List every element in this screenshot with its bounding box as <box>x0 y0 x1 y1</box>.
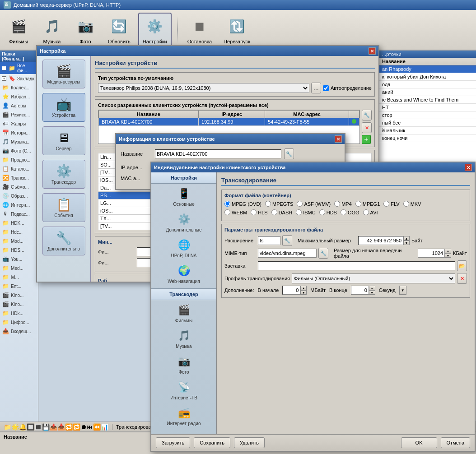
category-media[interactable]: 🎬 Медиа-ресурсы <box>42 60 85 88</box>
toolbar-btn-restart[interactable]: 🔃 Перезапуск <box>219 13 254 46</box>
sidebar-item-med[interactable]: 📁 Меd... <box>0 264 38 273</box>
radio-ismc[interactable]: ISMC <box>296 209 316 215</box>
nav-films[interactable]: 🎬 Фильмы <box>151 300 216 326</box>
sidebar-item-collections[interactable]: 📂 Коллек... <box>0 83 38 92</box>
nav-photo[interactable]: 📷 Фото <box>151 352 216 377</box>
expand-icon2[interactable]: + <box>2 76 6 81</box>
start-up[interactable]: ▲ <box>300 286 307 290</box>
load-btn[interactable]: Загрузить <box>156 437 190 448</box>
sidebar-item-music[interactable]: 🎵 Музыка... <box>0 137 38 146</box>
radio-ogg[interactable]: OGG <box>341 209 359 215</box>
device-delete-btn[interactable]: ✕ <box>362 122 372 133</box>
category-transcoder[interactable]: ⚙️ Транскодер <box>42 160 85 189</box>
start-down[interactable]: ▼ <box>300 290 307 295</box>
radio-hds[interactable]: HDS <box>319 209 337 215</box>
sidebar-item-actors[interactable]: 👤 Актёры <box>0 101 38 110</box>
toolbar-btn-settings[interactable]: ⚙️ Настройки <box>138 13 172 47</box>
device-type-select[interactable]: Телевизор Philips 2008 (DLNA, 16:9, 1920… <box>98 83 309 93</box>
sidebar-item-hdc[interactable]: 📁 Hdc... <box>0 227 38 236</box>
device-row-0[interactable]: BRAVIA KDL-40EX700 192.168.34.99 54-42-4… <box>99 118 359 126</box>
sidebar-item-digital[interactable]: 📁 Цифро... <box>0 318 38 327</box>
end-down[interactable]: ▼ <box>369 290 375 295</box>
toolbar-btn-photo[interactable]: 📷 Фото <box>70 13 100 46</box>
screensaver-browse[interactable]: 📂 <box>457 260 467 271</box>
buffer-down[interactable]: ▼ <box>445 253 451 258</box>
client-dialog-close[interactable]: ✕ <box>335 135 342 143</box>
category-devices[interactable]: 📺 Устройства <box>42 93 85 122</box>
device-add-btn[interactable]: + <box>362 135 371 144</box>
mime-btn[interactable]: 🔧 <box>318 248 328 259</box>
sidebar-item-mod[interactable]: 📁 Mod... <box>0 236 38 246</box>
right-item-2[interactable]: ода <box>379 81 476 88</box>
radio-asf[interactable]: ASF (WMV) <box>297 201 331 207</box>
screensaver-input[interactable] <box>258 261 455 270</box>
nav-upnp[interactable]: 🌐 UPnP, DLNA <box>151 235 216 261</box>
save-btn[interactable]: Сохранить <box>194 437 230 448</box>
cancel-btn[interactable]: Отмена <box>441 437 470 448</box>
sidebar-item-photos[interactable]: 📷 Фото (С... <box>0 146 38 155</box>
radio-mpeg-dvd[interactable]: MPEG (DVD) <box>224 201 261 207</box>
radio-flv[interactable]: FLV <box>383 201 399 207</box>
toolbar-btn-stop[interactable]: ⏹ Остановка <box>183 13 216 46</box>
sidebar-item-hdk[interactable]: 📁 HDK... <box>0 218 38 227</box>
right-item-6[interactable]: стор <box>379 111 476 119</box>
sidebar-item-ivi[interactable]: 📁 ivi... <box>0 273 38 282</box>
sidebar-item-hds[interactable]: 📁 HDS... <box>0 246 38 255</box>
end-up[interactable]: ▲ <box>369 286 375 290</box>
max-size-input[interactable] <box>358 236 403 245</box>
device-settings-btn[interactable]: 🔧 <box>362 110 372 120</box>
radio-mp4[interactable]: MP4 <box>334 201 352 207</box>
sidebar-item-allfil[interactable]: + 📁 Все фи... <box>0 62 38 74</box>
sidebar-item-transcode[interactable]: 🔀 Транск... <box>0 173 38 182</box>
sidebar-item-favorites[interactable]: ⭐ Избран... <box>0 92 38 101</box>
sidebar-item-kino1[interactable]: 🎬 Kino... <box>0 291 38 300</box>
radio-webm[interactable]: WEBM <box>224 209 247 215</box>
sidebar-item-inet[interactable]: 🌐 Интерн... <box>0 200 38 209</box>
auto-detect-checkbox[interactable] <box>323 85 329 91</box>
sidebar-item-disc[interactable]: 💿 Образ... <box>0 191 38 200</box>
client-name-input[interactable] <box>155 149 281 158</box>
expand-icon[interactable]: + <box>2 66 6 70</box>
toolbar-btn-refresh[interactable]: 🔄 Обновить <box>104 13 135 46</box>
sidebar-item-directors[interactable]: 🎬 Режисс... <box>0 110 38 119</box>
right-item-0[interactable]: an Rhapsody <box>379 65 476 73</box>
extension-btn[interactable]: 🔧 <box>282 235 292 246</box>
category-additional[interactable]: 🔧 Дополнительно <box>42 227 85 255</box>
profile-delete[interactable]: ✕ <box>457 273 467 284</box>
toolbar-btn-music[interactable]: 🎵 Музыка <box>37 13 67 46</box>
settings-dialog-close[interactable]: ✕ <box>369 47 376 55</box>
ok-btn[interactable]: OK <box>401 437 437 448</box>
radio-mkv[interactable]: MKV <box>403 201 421 207</box>
sidebar-item-genres[interactable]: 🏷 Жанры <box>0 119 38 128</box>
radio-mpeg1[interactable]: MPEG1 <box>355 201 380 207</box>
nav-basic[interactable]: 📱 Основные <box>151 184 216 209</box>
sidebar-item-catalog[interactable]: 📋 Катало... <box>0 164 38 173</box>
nav-web[interactable]: 🌍 Web-навигация <box>151 261 216 287</box>
right-item-3[interactable]: аний <box>379 88 476 96</box>
sidebar-item-ent[interactable]: 📁 Ent... <box>0 282 38 291</box>
right-item-9[interactable]: конец ночи <box>379 134 476 142</box>
radio-dash[interactable]: DASH <box>271 209 293 215</box>
sidebar-item-podcast[interactable]: 🎙 Подкас... <box>0 209 38 218</box>
radio-mpegts[interactable]: MPEGTS <box>265 201 293 207</box>
sidebar-item-inbox[interactable]: 📥 Входящ... <box>0 327 38 336</box>
sidebar-item-prodno[interactable]: 📁 Продно... <box>0 155 38 164</box>
right-item-4[interactable]: ic Beasts and Where to Find Them <box>379 96 476 104</box>
right-item-1[interactable]: к, который убил Дон Кихота <box>379 73 476 81</box>
client-name-action[interactable]: 🔧 <box>284 148 294 159</box>
nav-music[interactable]: 🎵 Музыка <box>151 326 216 352</box>
delete-btn[interactable]: Удалить <box>234 437 265 448</box>
radio-hls[interactable]: HLS <box>251 209 267 215</box>
extension-input[interactable] <box>258 236 280 245</box>
toolbar-btn-films[interactable]: 🎬 Фильмы <box>4 13 33 46</box>
sidebar-item-kino2[interactable]: 🎬 Kino... <box>0 300 38 309</box>
nav-inet-tv[interactable]: 📡 Интернет-ТВ <box>151 377 216 403</box>
category-server[interactable]: 🖥 Сервер <box>42 126 85 155</box>
start-input[interactable] <box>282 286 300 295</box>
sidebar-item-youtube[interactable]: 📺 You... <box>0 255 38 264</box>
sidebar-item-hdk2[interactable]: 📁 HDk... <box>0 309 38 318</box>
right-item-7[interactable]: ный бес <box>379 119 476 127</box>
buffer-up[interactable]: ▲ <box>445 249 451 253</box>
buffer-input[interactable] <box>418 249 445 258</box>
end-input[interactable] <box>351 286 369 295</box>
